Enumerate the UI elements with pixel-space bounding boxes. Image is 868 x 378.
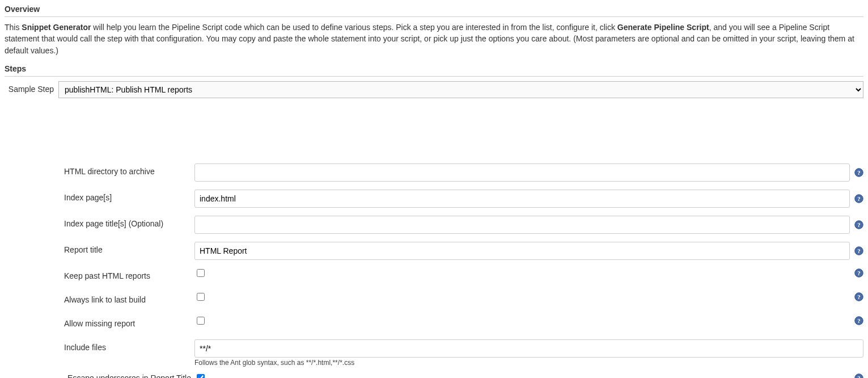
- html-directory-input[interactable]: [194, 163, 850, 182]
- overview-text-2: will help you learn the Pipeline Script …: [91, 23, 617, 32]
- overview-bold-1: Snippet Generator: [22, 23, 91, 32]
- help-icon[interactable]: [854, 168, 863, 177]
- keep-past-reports-label: Keep past HTML reports: [64, 268, 194, 280]
- help-icon[interactable]: [854, 292, 863, 301]
- help-icon[interactable]: [854, 220, 863, 229]
- escape-underscores-checkbox[interactable]: [197, 374, 205, 378]
- always-link-checkbox[interactable]: [197, 293, 205, 301]
- report-title-input[interactable]: [194, 242, 850, 260]
- keep-past-reports-checkbox[interactable]: [197, 269, 205, 277]
- help-icon[interactable]: [854, 194, 863, 203]
- index-pages-label: Index page[s]: [64, 190, 194, 202]
- help-icon[interactable]: [854, 268, 863, 278]
- include-files-hint: Follows the Ant glob syntax, such as **/…: [194, 359, 863, 367]
- overview-paragraph: This Snippet Generator will help you lea…: [5, 22, 863, 56]
- help-icon[interactable]: [854, 316, 863, 325]
- html-directory-label: HTML directory to archive: [64, 163, 194, 176]
- overview-text-1: This: [5, 23, 22, 32]
- escape-underscores-label: Escape underscores in Report Title: [64, 373, 194, 378]
- index-pages-input[interactable]: [194, 190, 850, 208]
- report-title-label: Report title: [64, 242, 194, 254]
- overview-bold-2: Generate Pipeline Script: [617, 23, 709, 32]
- include-files-input[interactable]: [194, 339, 863, 358]
- index-page-titles-label: Index page title[s] (Optional): [64, 216, 194, 228]
- index-page-titles-input[interactable]: [194, 216, 850, 234]
- allow-missing-label: Allow missing report: [64, 316, 194, 328]
- sample-step-label: Sample Step: [5, 81, 58, 94]
- always-link-label: Always link to last build: [64, 292, 194, 304]
- allow-missing-checkbox[interactable]: [197, 317, 205, 325]
- include-files-label: Include files: [64, 339, 194, 352]
- help-icon[interactable]: [854, 373, 863, 378]
- help-icon[interactable]: [854, 246, 863, 255]
- sample-step-select[interactable]: publishHTML: Publish HTML reports: [58, 81, 863, 98]
- overview-heading: Overview: [5, 5, 863, 17]
- steps-heading: Steps: [5, 64, 863, 77]
